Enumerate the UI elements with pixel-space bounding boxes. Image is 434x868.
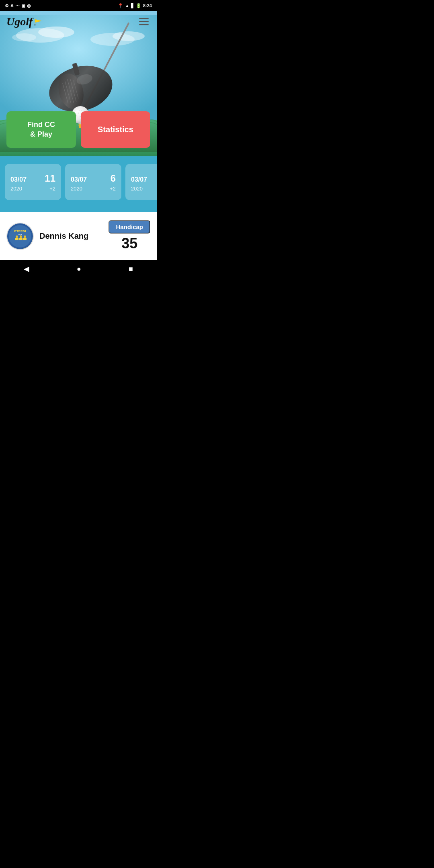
score-year-3: 2020 [131,186,143,192]
profile-name: Dennis Kang [39,231,88,240]
hero-section: Ugolf [0,11,157,156]
status-right-icons: 📍 ▲ ▋ 🔋 8:24 [118,3,152,8]
svg-rect-36 [15,238,18,240]
settings-icon: ⚙ [5,3,9,8]
handicap-value: 35 [121,235,137,252]
app-container: Ugolf [0,11,157,260]
signal-icon: ▋ [131,3,134,8]
svg-text:ETERNI: ETERNI [14,229,26,233]
avatar: ETERNI TY [6,223,34,250]
statistics-button[interactable]: Statistics [81,111,150,148]
status-bar: ⚙ A ⋯ ▣ ◎ 📍 ▲ ▋ 🔋 8:24 [0,0,157,11]
hamburger-line-1 [139,18,149,19]
circle-icon: ◎ [27,3,31,8]
profile-info: Dennis Kang [39,231,103,241]
svg-rect-37 [19,238,23,240]
wifi-icon: ▲ [125,3,129,8]
svg-point-41 [24,235,26,238]
logo-flag-icon [33,18,45,26]
svg-point-40 [20,235,22,238]
score-section: 03/07 11 2020 +2 03/07 6 2020 +2 [0,156,157,212]
bottom-nav: ◀ ● ■ [0,260,157,278]
svg-rect-38 [23,238,27,240]
app-header: Ugolf [0,11,157,32]
hero-buttons: Find CC & Play Statistics [6,111,150,148]
profile-handicap: Handicap 35 [108,220,150,252]
clock: 8:24 [143,3,152,8]
find-cc-button[interactable]: Find CC & Play [6,111,76,148]
score-date-1: 03/07 [10,176,27,183]
profile-section: ETERNI TY Dennis Kang Handicap 35 [0,212,157,260]
logo-text: Ugolf [6,15,33,28]
avatar-svg: ETERNI TY [7,223,33,249]
menu-button[interactable] [137,16,150,27]
score-diff-1: +2 [49,186,55,192]
svg-point-6 [113,31,145,41]
hamburger-line-2 [139,21,149,23]
font-icon: A [10,3,14,8]
score-card-1[interactable]: 03/07 11 2020 +2 [5,164,61,200]
svg-point-4 [12,33,36,41]
score-date-3: 03/07 [131,176,147,183]
sim-icon: ▣ [21,3,25,8]
score-diff-2: +2 [110,186,116,192]
score-date-2: 03/07 [71,176,87,183]
recents-button[interactable]: ■ [119,262,143,276]
handicap-button[interactable]: Handicap [108,220,150,233]
battery-icon: 🔋 [136,3,141,8]
score-year-1: 2020 [10,186,22,192]
home-button[interactable]: ● [67,262,91,276]
back-button[interactable]: ◀ [14,261,39,276]
score-num-1: 11 [45,173,55,184]
score-card-2[interactable]: 03/07 6 2020 +2 [65,164,121,200]
score-card-3[interactable]: 03/07 5 2020 +1 [125,164,157,200]
score-cards-list: 03/07 11 2020 +2 03/07 6 2020 +2 [5,164,157,200]
status-left-icons: ⚙ A ⋯ ▣ ◎ [5,3,31,8]
svg-point-39 [16,235,18,238]
location-icon: 📍 [118,3,123,8]
dots-icon: ⋯ [15,3,20,8]
svg-point-27 [81,110,82,111]
score-num-2: 6 [111,173,116,184]
score-year-2: 2020 [71,186,82,192]
hamburger-line-3 [139,24,149,25]
svg-point-0 [35,25,36,26]
logo: Ugolf [6,15,45,28]
